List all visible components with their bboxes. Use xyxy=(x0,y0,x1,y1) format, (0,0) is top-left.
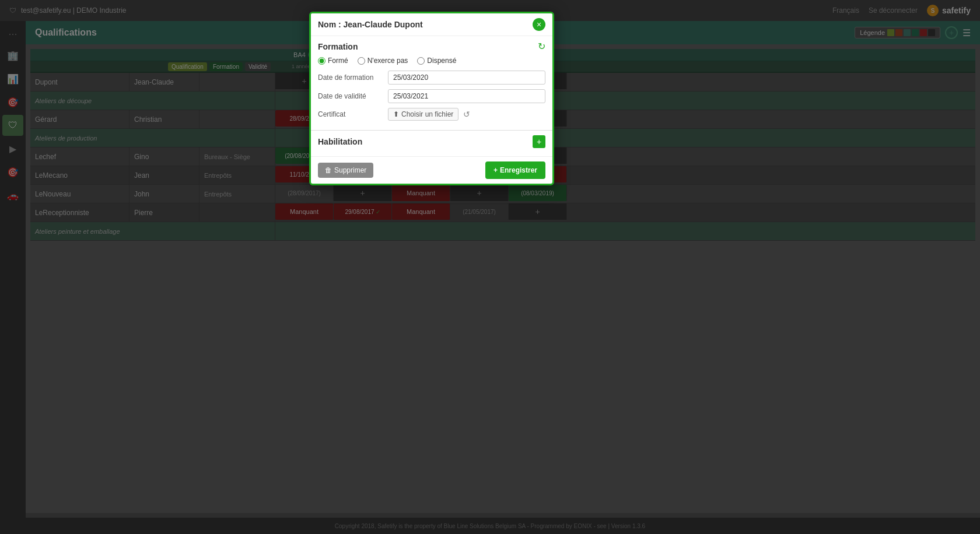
radio-forme-label: Formé xyxy=(328,57,348,65)
upload-icon: ⬆ xyxy=(393,110,399,118)
habilitation-add-button[interactable]: + xyxy=(533,135,545,148)
save-icon: + xyxy=(494,166,498,174)
modal-title: Nom : Jean-Claude Dupont xyxy=(318,20,423,29)
date-validite-label: Date de validité xyxy=(318,92,388,100)
date-formation-row: Date de formation xyxy=(318,71,545,85)
radio-dispense[interactable]: Dispensé xyxy=(417,57,456,65)
date-formation-input[interactable] xyxy=(388,71,545,85)
radio-dispense-label: Dispensé xyxy=(427,57,456,65)
radio-group: Formé N'exerce pas Dispensé xyxy=(318,57,545,65)
file-row: ⬆ Choisir un fichier ↺ xyxy=(388,108,470,121)
save-button[interactable]: + Enregistrer xyxy=(485,161,545,179)
formation-section: Formation ↻ Formé N'exerce pas Dispensé … xyxy=(311,36,552,131)
radio-forme-input[interactable] xyxy=(318,57,326,65)
formation-header: Formation ↻ xyxy=(318,41,545,52)
save-label: Enregistrer xyxy=(500,166,537,174)
radio-nexerce-label: N'exerce pas xyxy=(368,57,408,65)
formation-title: Formation xyxy=(318,42,358,51)
history-icon[interactable]: ↺ xyxy=(463,110,470,119)
date-validite-row: Date de validité xyxy=(318,89,545,103)
delete-label: Supprimer xyxy=(334,166,366,174)
delete-icon: 🗑 xyxy=(325,166,332,174)
modal-footer: 🗑 Supprimer + Enregistrer xyxy=(311,156,552,184)
file-choose-button[interactable]: ⬆ Choisir un fichier xyxy=(388,108,459,121)
certificat-row: Certificat ⬆ Choisir un fichier ↺ xyxy=(318,108,545,121)
modal: Nom : Jean-Claude Dupont × Formation ↻ F… xyxy=(309,12,554,185)
date-validite-input[interactable] xyxy=(388,89,545,103)
habilitation-title: Habilitation xyxy=(318,137,362,146)
date-formation-label: Date de formation xyxy=(318,73,388,82)
modal-close-button[interactable]: × xyxy=(533,18,545,31)
file-btn-label: Choisir un fichier xyxy=(401,110,453,118)
certificat-label: Certificat xyxy=(318,110,388,118)
radio-forme[interactable]: Formé xyxy=(318,57,348,65)
radio-dispense-input[interactable] xyxy=(417,57,425,65)
hab-header: Habilitation + xyxy=(318,135,545,148)
modal-title-bar: Nom : Jean-Claude Dupont × xyxy=(311,13,552,36)
delete-button[interactable]: 🗑 Supprimer xyxy=(318,163,373,178)
radio-nexerce[interactable]: N'exerce pas xyxy=(358,57,408,65)
radio-nexerce-input[interactable] xyxy=(358,57,365,65)
habilitation-section: Habilitation + xyxy=(311,131,552,156)
refresh-icon[interactable]: ↻ xyxy=(538,41,545,52)
